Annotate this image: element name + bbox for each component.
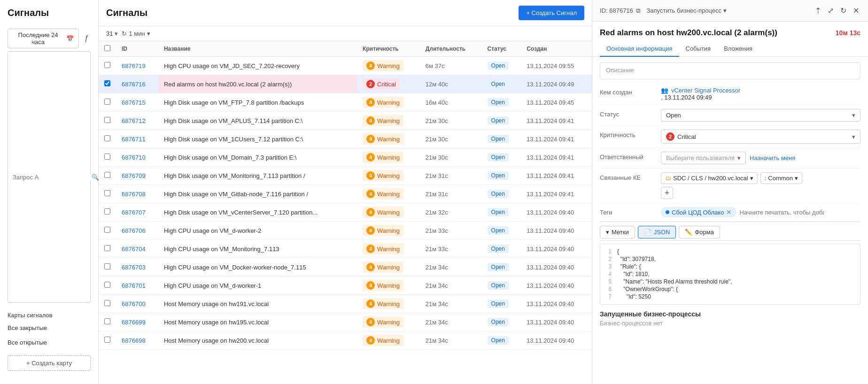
ke-path: SDC / CLS / hw200.vc.local [673,175,748,182]
bottom-tab-labels[interactable]: ▾ Метки [600,226,635,238]
criticality-value: 2 Critical ▾ [661,130,860,144]
severity-number: 4 [366,300,375,308]
table-row[interactable]: 6876700 Host Memory usage on hw191.vc.lo… [99,295,592,313]
close-panel-button[interactable]: ✕ [852,5,860,16]
tag-remove-button[interactable]: ✕ [726,208,732,216]
panel-topbar-left: ID: 6876716 ⧉ Запустить бизнес-процесс ▾ [600,6,727,16]
row-checkbox[interactable] [104,135,110,141]
criticality-caret: ▾ [852,133,855,140]
tags-input[interactable] [739,209,824,216]
ke-type-select[interactable]: : Common ▾ [760,172,802,184]
refresh-panel-button[interactable]: ↻ [839,5,848,16]
row-id: 6876708 [116,185,158,203]
row-checkbox[interactable] [104,99,110,105]
table-row[interactable]: 6876701 High CPU usage on VM_d-worker-1 … [99,276,592,295]
status-badge: Open [488,190,509,198]
expand-button[interactable]: ⤢ [826,5,835,16]
row-checkbox[interactable] [104,172,110,178]
status-badge: Open [488,153,509,161]
table-row[interactable]: 6876698 Host Memory usage on hw200.vc.lo… [99,331,592,350]
refresh-button[interactable]: ↻ 1 мин ▾ [122,30,150,37]
refresh-label: 1 мин [129,30,145,37]
tags-label: Теги [600,207,661,216]
row-checkbox[interactable] [104,300,110,306]
create-card-button[interactable]: + Создать карту [8,355,91,371]
search-input[interactable] [13,174,92,181]
status-badge: Open [488,116,509,125]
sidebar-item-all-closed[interactable]: Все закрытые [0,321,98,335]
description-box[interactable]: Описание [600,62,860,79]
line-number: 7 [600,293,617,300]
status-select[interactable]: Open ▾ [661,109,860,122]
table-row[interactable]: 6876707 High Disk usage on VM_vCenterSer… [99,203,592,222]
assign-me-link[interactable]: Назначить меня [750,154,795,161]
row-checkbox[interactable] [104,117,110,123]
row-checkbox[interactable] [104,263,110,269]
row-id: 6876704 [116,240,158,258]
row-checkbox[interactable] [104,245,110,251]
select-all-checkbox[interactable] [104,45,110,51]
row-checkbox[interactable] [104,227,110,233]
ke-label: Связанные КЕ [600,172,661,181]
bottom-tab-json[interactable]: 📄 JSON [638,226,676,238]
row-checkbox[interactable] [104,190,110,196]
row-checkbox[interactable] [104,282,110,288]
table-row[interactable]: 6876708 High Disk usage on VM_Gitlab-nod… [99,185,592,203]
table-row[interactable]: 6876706 High CPU usage on VM_d-worker-2 … [99,222,592,240]
main-content-title: Сигналы [106,8,147,18]
criticality-select[interactable]: 2 Critical ▾ [661,130,860,144]
severity-label: Warning [377,191,400,198]
row-checkbox[interactable] [104,318,110,324]
date-filter-button[interactable]: Последние 24 часа 📅 [8,29,79,48]
table-row[interactable]: 6876712 High Disk usage on VM_APLUS_7.11… [99,112,592,130]
launch-process-button[interactable]: Запустить бизнес-процесс ▾ [646,7,726,14]
row-checkbox[interactable] [104,154,110,160]
count-caret[interactable]: ▾ [115,30,118,37]
row-severity: 4 Warning [357,295,420,313]
create-signal-button[interactable]: + Создать Сигнал [519,6,584,20]
tag-dot [666,210,669,214]
responsible-select[interactable]: Выберите пользователя ▾ [661,152,746,164]
row-severity: 4 Warning [357,167,420,185]
row-status: Open [482,258,521,276]
row-checkbox-cell [99,185,116,203]
table-row[interactable]: 6876703 High CPU usage on VM_Docker-work… [99,258,592,276]
json-icon: 📄 [644,229,651,236]
row-severity: 4 Warning [357,185,420,203]
row-checkbox[interactable] [104,80,110,86]
table-row[interactable]: 6876704 High CPU usage on VM_Monitoring_… [99,240,592,258]
formula-button[interactable]: ƒ [83,32,91,45]
panel-title-row: Red alarms on host hw200.vc.local (2 ala… [592,22,868,38]
panel-tabs: Основная информация События Вложения [592,41,868,57]
table-row[interactable]: 6876715 High Disk usage on VM_FTP_7.8 pa… [99,93,592,112]
table-row[interactable]: 6876716 Red alarms on host hw200.vc.loca… [99,75,592,93]
tab-basic-info[interactable]: Основная информация [600,41,679,57]
table-row[interactable]: 6876711 High Disk usage on VM_1CUsers_7.… [99,130,592,148]
severity-label: Warning [377,136,400,143]
line-text: "Id": 3079718, [617,256,656,262]
ke-value: 🗂 SDC / CLS / hw200.vc.local ▾ : Common … [661,172,860,199]
severity-number: 4 [366,190,375,198]
row-checkbox-cell [99,57,116,75]
table-row[interactable]: 6876719 High CPU usage on VM_JD_SEC_7.20… [99,57,592,75]
bottom-tab-form[interactable]: ✏️ Форма [679,226,720,238]
table-row[interactable]: 6876710 High Disk usage on VM_Domain_7.3… [99,148,592,167]
row-checkbox[interactable] [104,62,110,68]
row-id: 6876701 [116,276,158,295]
tab-events[interactable]: События [679,41,718,57]
add-ke-button[interactable]: + [661,187,673,199]
ke-select[interactable]: 🗂 SDC / CLS / hw200.vc.local ▾ [661,172,758,184]
creator-link[interactable]: 👥 vCenter Signal Processor [661,87,860,94]
table-row[interactable]: 6876709 High Disk usage on VM_Monitoring… [99,167,592,185]
copy-id-button[interactable]: ⧉ [635,6,642,16]
tab-attachments[interactable]: Вложения [717,41,759,57]
severity-label: Critical [377,81,396,88]
ke-field-row: Связанные КЕ 🗂 SDC / CLS / hw200.vc.loca… [600,169,860,203]
share-button[interactable]: ⇡ [814,5,822,16]
row-name: High Disk usage on VM_Domain_7.3 partiti… [158,148,357,167]
table-row[interactable]: 6876699 Host Memory usage on hw195.vc.lo… [99,313,592,331]
row-checkbox[interactable] [104,208,110,215]
row-checkbox[interactable] [104,337,110,343]
sidebar-item-all-open[interactable]: Все открытые [0,335,98,350]
responsible-caret: ▾ [737,154,741,161]
